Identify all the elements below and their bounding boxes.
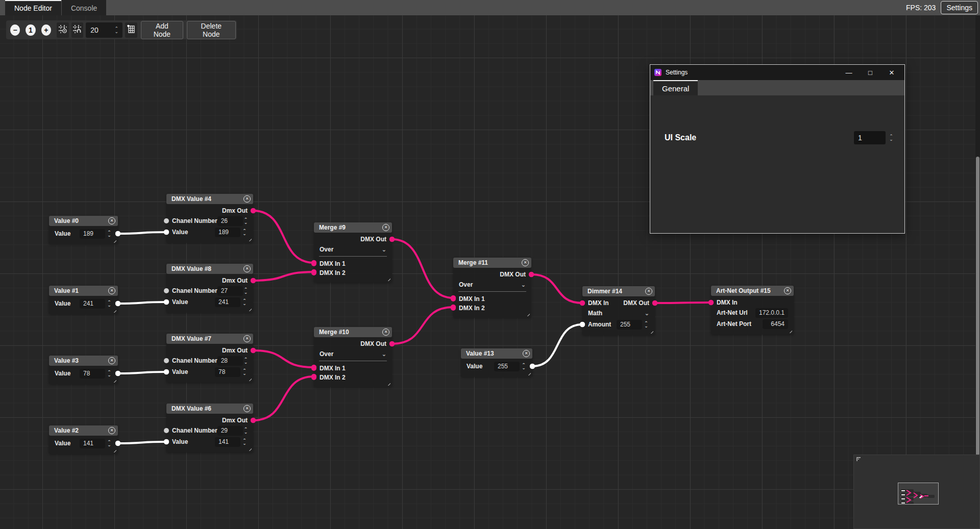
output-port[interactable] xyxy=(652,300,657,306)
vertical-scrollbar[interactable] xyxy=(975,15,980,529)
minimap[interactable] xyxy=(853,455,980,529)
zoom-in-button[interactable]: + xyxy=(41,24,51,36)
input-port[interactable] xyxy=(164,358,169,363)
input-port[interactable] xyxy=(311,366,316,371)
output-port[interactable] xyxy=(389,237,395,242)
spinner-stepper[interactable]: ⌃⌄ xyxy=(241,439,248,445)
node-dimmer-14[interactable]: Dimmer #14✕DMX InDMX OutMath⌄Amount255⌃⌄ xyxy=(582,286,655,335)
output-port[interactable] xyxy=(115,371,120,376)
number-input[interactable]: 241 xyxy=(80,299,105,309)
snap-to-grid-button[interactable] xyxy=(57,22,69,38)
node-header[interactable]: Value #0✕ xyxy=(49,216,118,226)
input-port[interactable] xyxy=(164,369,169,374)
mode-select[interactable]: Over⌄ xyxy=(453,279,531,290)
number-input[interactable]: 78 xyxy=(80,369,105,379)
minimize-button[interactable]: — xyxy=(840,69,857,77)
node-header[interactable]: Value #2✕ xyxy=(49,425,118,436)
node-value-1[interactable]: Value #1✕Value241⌃⌄ xyxy=(49,286,118,314)
node-value-2[interactable]: Value #2✕Value141⌃⌄ xyxy=(49,425,118,454)
spinner-stepper[interactable]: ⌃⌄ xyxy=(241,299,248,305)
close-node-icon[interactable]: ✕ xyxy=(243,195,251,203)
input-port[interactable] xyxy=(311,261,316,266)
output-port[interactable] xyxy=(251,418,256,423)
minimap-viewport[interactable] xyxy=(898,483,939,505)
node-value-3[interactable]: Value #3✕Value78⌃⌄ xyxy=(49,356,118,384)
zoom-reset-button[interactable]: 1 xyxy=(26,24,35,36)
close-node-icon[interactable]: ✕ xyxy=(784,287,791,294)
text-input[interactable]: 172.0.0.1 xyxy=(755,308,788,318)
output-port[interactable] xyxy=(115,441,120,446)
grid-size-stepper[interactable]: ⌃ ⌄ xyxy=(113,27,119,33)
spinner-stepper[interactable]: ⌃⌄ xyxy=(241,229,248,235)
tab-node-editor[interactable]: Node Editor xyxy=(5,0,61,15)
number-input[interactable]: 255 xyxy=(617,320,642,330)
spinner-stepper[interactable]: ⌃⌄ xyxy=(244,288,248,294)
close-node-icon[interactable]: ✕ xyxy=(382,329,389,336)
input-port[interactable] xyxy=(164,428,169,433)
number-input[interactable]: 26 xyxy=(217,216,243,226)
mode-select[interactable]: Over⌄ xyxy=(314,244,392,255)
snap-to-node-button[interactable] xyxy=(71,22,84,38)
output-port[interactable] xyxy=(115,231,120,236)
node-dmx-value-8[interactable]: DMX Value #8✕Dmx OutChanel Number27⌃⌄Val… xyxy=(166,264,253,313)
input-port[interactable] xyxy=(311,375,316,380)
close-node-icon[interactable]: ✕ xyxy=(645,288,652,295)
node-canvas[interactable]: − 1 + xyxy=(0,0,980,529)
number-input[interactable]: 141 xyxy=(215,437,240,447)
spinner-stepper[interactable]: ⌃⌄ xyxy=(244,427,248,434)
spinner-stepper[interactable]: ⌃⌄ xyxy=(106,300,112,307)
node-header[interactable]: DMX Value #8✕ xyxy=(166,264,253,274)
text-input[interactable]: 6454 xyxy=(763,319,788,329)
input-port[interactable] xyxy=(164,299,169,305)
input-port[interactable] xyxy=(164,230,169,235)
number-input[interactable]: 29 xyxy=(217,426,243,436)
node-header[interactable]: Merge #11✕ xyxy=(453,258,531,268)
input-port[interactable] xyxy=(164,218,169,223)
spinner-stepper[interactable]: ⌃⌄ xyxy=(521,363,527,369)
input-port[interactable] xyxy=(580,300,585,306)
number-input[interactable]: 28 xyxy=(217,356,243,366)
output-port[interactable] xyxy=(115,301,120,306)
close-node-icon[interactable]: ✕ xyxy=(382,224,389,231)
input-port[interactable] xyxy=(451,296,456,301)
close-button[interactable]: ✕ xyxy=(883,69,900,77)
settings-titlebar[interactable]: Settings — □ ✕ xyxy=(650,65,904,80)
number-input[interactable]: 78 xyxy=(215,367,240,377)
node-merge-9[interactable]: Merge #9✕DMX OutOver⌄DMX In 1DMX In 2 xyxy=(314,222,392,283)
node-header[interactable]: Value #13✕ xyxy=(461,348,532,359)
number-input[interactable]: 241 xyxy=(215,297,240,307)
spinner-stepper[interactable]: ⌃⌄ xyxy=(244,218,248,224)
number-input[interactable]: 255 xyxy=(494,362,520,371)
input-port[interactable] xyxy=(708,300,714,305)
mode-select[interactable]: Math⌄ xyxy=(582,308,655,319)
tab-general[interactable]: General xyxy=(653,80,698,95)
spinner-stepper[interactable]: ⌃⌄ xyxy=(106,231,112,237)
close-node-icon[interactable]: ✕ xyxy=(108,357,115,364)
output-port[interactable] xyxy=(251,348,256,353)
add-node-button[interactable]: Add Node xyxy=(141,21,183,39)
node-value-0[interactable]: Value #0✕Value189⌃⌄ xyxy=(49,216,118,244)
close-node-icon[interactable]: ✕ xyxy=(243,335,251,342)
close-node-icon[interactable]: ✕ xyxy=(243,265,251,272)
node-merge-11[interactable]: Merge #11✕DMX OutOver⌄DMX In 1DMX In 2 xyxy=(453,258,531,318)
grid-size-input[interactable]: 20 ⌃ ⌄ xyxy=(86,22,122,38)
node-header[interactable]: DMX Value #7✕ xyxy=(166,334,253,344)
close-node-icon[interactable]: ✕ xyxy=(108,287,115,294)
spinner-stepper[interactable]: ⌃⌄ xyxy=(241,369,248,375)
delete-node-button[interactable]: Delete Node xyxy=(187,21,236,39)
node-value-13[interactable]: Value #13✕Value255⌃⌄ xyxy=(461,348,532,377)
output-port[interactable] xyxy=(251,208,256,213)
output-port[interactable] xyxy=(251,278,256,283)
close-node-icon[interactable]: ✕ xyxy=(522,259,529,266)
ui-scale-input[interactable]: 1 xyxy=(854,131,886,144)
number-input[interactable]: 27 xyxy=(217,286,243,296)
grid-toggle-button[interactable] xyxy=(125,22,137,38)
node-artnet-15[interactable]: Art-Net Output #15✕DMX InArt-Net Url172.… xyxy=(711,286,794,335)
number-input[interactable]: 189 xyxy=(215,228,240,237)
number-input[interactable]: 189 xyxy=(80,229,105,239)
node-header[interactable]: DMX Value #4✕ xyxy=(166,194,253,204)
spinner-stepper[interactable]: ⌃⌄ xyxy=(106,440,112,446)
input-port[interactable] xyxy=(164,439,169,444)
tab-console[interactable]: Console xyxy=(62,0,106,15)
spinner-stepper[interactable]: ⌃⌄ xyxy=(106,370,112,376)
